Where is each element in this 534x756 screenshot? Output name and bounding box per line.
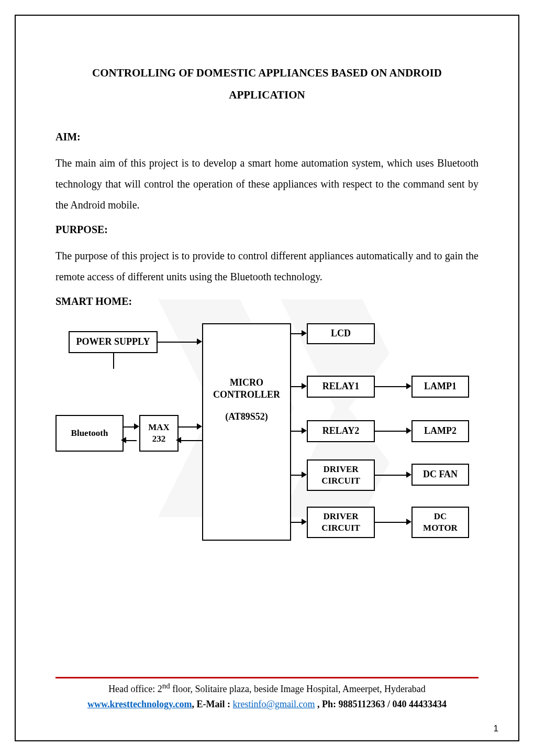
label-mcu-line1: MICRO CONTROLLER bbox=[203, 377, 290, 401]
block-max232: MAX 232 bbox=[139, 415, 179, 452]
arrow-right-icon bbox=[406, 519, 411, 525]
block-lcd: LCD bbox=[307, 323, 375, 344]
arrow-right-icon bbox=[302, 519, 307, 525]
text-purpose: The purpose of this project is to provid… bbox=[55, 245, 479, 287]
arrow-right-icon bbox=[406, 472, 411, 478]
label-max232: MAX 232 bbox=[144, 422, 173, 445]
wire bbox=[158, 342, 199, 343]
block-lamp2: LAMP2 bbox=[411, 420, 469, 442]
footer-address: Head office: 2nd floor, Solitaire plaza,… bbox=[55, 680, 479, 697]
label-lamp1: LAMP1 bbox=[424, 380, 457, 392]
footer-address-prefix: Head office: 2 bbox=[108, 684, 162, 694]
heading-smarthome: SMART HOME: bbox=[55, 295, 479, 308]
wire bbox=[375, 431, 409, 432]
footer-website-link[interactable]: www.kresttechnology.com bbox=[87, 699, 192, 709]
footer-email-label: , E-Mail : bbox=[192, 699, 233, 709]
label-power-supply: POWER SUPPLY bbox=[76, 336, 150, 348]
block-dcmotor: DC MOTOR bbox=[411, 507, 469, 538]
arrow-right-icon bbox=[302, 330, 307, 336]
label-relay2: RELAY2 bbox=[322, 425, 359, 437]
document-title: CONTROLLING OF DOMESTIC APPLIANCES BASED… bbox=[55, 62, 479, 106]
arrow-right-icon bbox=[302, 383, 307, 389]
arrow-left-icon bbox=[176, 437, 181, 443]
block-bluetooth: Bluetooth bbox=[55, 415, 124, 452]
block-dcfan: DC FAN bbox=[411, 464, 469, 486]
label-lamp2: LAMP2 bbox=[424, 425, 457, 437]
block-driver2: DRIVER CIRCUIT bbox=[307, 507, 375, 538]
block-driver1: DRIVER CIRCUIT bbox=[307, 459, 375, 491]
arrow-right-icon bbox=[406, 383, 411, 389]
footer-email-link[interactable]: krestinfo@gmail.com bbox=[233, 699, 315, 709]
label-lcd: LCD bbox=[331, 327, 351, 339]
label-mcu-line2: (AT89S52) bbox=[203, 411, 290, 423]
arrow-right-icon bbox=[302, 472, 307, 478]
arrow-right-icon bbox=[302, 428, 307, 434]
arrow-right-icon bbox=[197, 423, 202, 430]
text-aim: The main aim of this project is to devel… bbox=[55, 152, 479, 215]
footer-address-sup: nd bbox=[162, 682, 170, 690]
footer-address-suffix: floor, Solitaire plaza, beside Image Hos… bbox=[170, 684, 426, 694]
label-bluetooth: Bluetooth bbox=[71, 428, 108, 439]
page-content: CONTROLLING OF DOMESTIC APPLIANCES BASED… bbox=[15, 15, 519, 741]
footer-divider bbox=[55, 677, 479, 678]
block-microcontroller: MICRO CONTROLLER (AT89S52) bbox=[202, 323, 291, 541]
arrow-right-icon bbox=[406, 428, 411, 434]
wire bbox=[375, 522, 409, 523]
block-relay1: RELAY1 bbox=[307, 376, 375, 398]
footer-contact: www.kresttechnology.com, E-Mail : kresti… bbox=[55, 697, 479, 712]
block-relay2: RELAY2 bbox=[307, 420, 375, 442]
footer-phone: , Ph: 9885112363 / 040 44433434 bbox=[315, 699, 447, 709]
wire bbox=[179, 440, 202, 441]
wire bbox=[375, 386, 409, 387]
page-number: 1 bbox=[494, 724, 498, 734]
wire bbox=[179, 426, 199, 428]
arrow-right-icon bbox=[197, 338, 202, 345]
label-dcmotor: DC MOTOR bbox=[417, 511, 464, 534]
wire bbox=[375, 475, 409, 476]
label-driver1: DRIVER CIRCUIT bbox=[312, 464, 370, 487]
label-dcfan: DC FAN bbox=[423, 468, 458, 480]
arrow-left-icon bbox=[121, 437, 126, 443]
footer-website-text: www.kresttechnology.com bbox=[87, 699, 192, 709]
arrow-right-icon bbox=[134, 423, 139, 430]
block-power-supply: POWER SUPPLY bbox=[69, 331, 158, 353]
label-driver2: DRIVER CIRCUIT bbox=[312, 511, 370, 534]
footer: Head office: 2nd floor, Solitaire plaza,… bbox=[55, 680, 479, 712]
block-diagram: POWER SUPPLY Bluetooth MAX 232 MICRO CON… bbox=[55, 323, 479, 543]
heading-aim: AIM: bbox=[55, 131, 479, 143]
block-lamp1: LAMP1 bbox=[411, 376, 469, 398]
label-relay1: RELAY1 bbox=[322, 380, 359, 392]
heading-purpose: PURPOSE: bbox=[55, 224, 479, 236]
wire bbox=[113, 353, 114, 369]
